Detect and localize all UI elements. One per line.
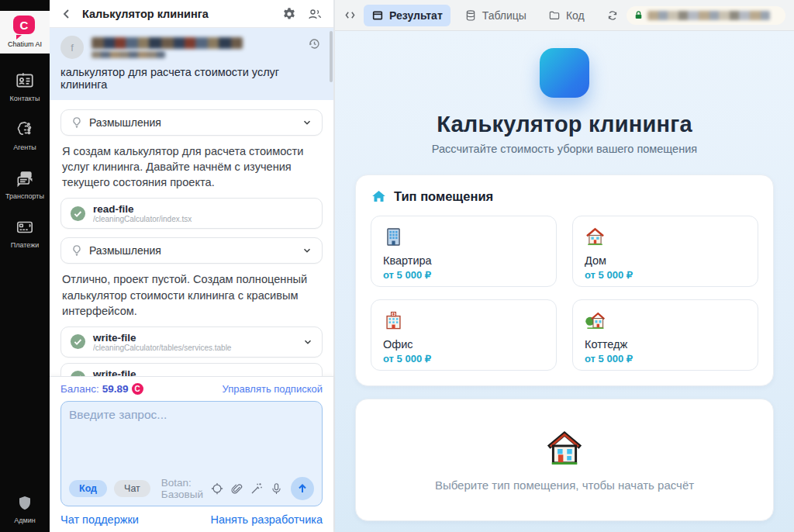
house-emoji-icon: [544, 429, 585, 469]
paperclip-icon: [230, 482, 243, 496]
gear-icon: [282, 7, 296, 21]
check-circle-icon: [70, 206, 86, 222]
sidebar-item-admin[interactable]: Админ: [14, 494, 35, 524]
mode-code-button[interactable]: Код: [69, 480, 107, 497]
app-sidebar: C Chatium AI Контакты: [0, 0, 50, 532]
credit-card-icon: [15, 217, 35, 237]
manage-subscription-link[interactable]: Управлять подпиской: [223, 383, 323, 395]
tool-name: write-file: [93, 368, 295, 376]
user-message: f калькулятор для расчета стоимости услу…: [50, 28, 333, 100]
support-chat-link[interactable]: Чат поддержки: [60, 513, 139, 526]
app-logo: [540, 48, 589, 98]
bot-selector[interactable]: Botan: Базовый: [161, 477, 205, 500]
preview-toolbar: Результат Таблицы Код: [335, 0, 794, 31]
house-emoji-icon: [585, 226, 746, 247]
sidebar-item-contacts[interactable]: Контакты: [10, 71, 40, 102]
tool-path: /cleaningCalculator/index.tsx: [93, 215, 313, 223]
collapse-panel-button[interactable]: [343, 9, 357, 22]
preview-panel: Результат Таблицы Код: [335, 0, 794, 532]
assistant-paragraph: Я создам калькулятор для расчета стоимос…: [62, 143, 321, 190]
prompt-input[interactable]: [69, 408, 314, 477]
chevron-down-icon: [302, 373, 313, 376]
room-type-card: Тип помещения Квартира от 5 000 ₽: [355, 174, 774, 386]
house-with-garden-emoji-icon: [585, 310, 746, 331]
url-redacted: [647, 11, 770, 20]
empty-state-text: Выберите тип помещения, чтобы начать рас…: [435, 478, 694, 492]
tab-result[interactable]: Результат: [364, 5, 451, 26]
tool-call-write-file[interactable]: write-file /cleaningCalculator/tables/ro…: [60, 363, 323, 376]
option-apartment[interactable]: Квартира от 5 000 ₽: [371, 216, 557, 287]
chatium-logo-icon: C: [13, 16, 36, 37]
assistant-response: Размышления Я создам калькулятор для рас…: [50, 100, 333, 376]
check-circle-icon: [70, 333, 86, 350]
sidebar-item-payments[interactable]: Платежи: [11, 217, 40, 249]
option-price: от 5 000 ₽: [383, 353, 544, 364]
option-price: от 5 000 ₽: [585, 353, 746, 364]
sidebar-item-chatium[interactable]: C Chatium AI: [0, 11, 50, 54]
restore-checkpoint-button[interactable]: [306, 36, 323, 52]
voice-button[interactable]: [268, 481, 285, 497]
mode-chat-button[interactable]: Чат: [114, 480, 150, 497]
room-type-grid: Квартира от 5 000 ₽ Дом от 5 000 ₽: [371, 216, 758, 371]
hire-developer-link[interactable]: Нанять разработчика: [211, 513, 323, 526]
people-icon: [307, 7, 323, 21]
chevron-left-icon: [60, 8, 73, 20]
history-icon: [308, 37, 321, 50]
tab-label: Таблицы: [482, 9, 526, 22]
assistant-paragraph: Отлично, проект пустой. Создам полноценн…: [62, 271, 321, 318]
address-bar[interactable]: [627, 6, 785, 25]
lock-icon: [633, 10, 644, 20]
option-cottage[interactable]: Коттедж от 5 000 ₽: [572, 299, 758, 371]
tool-path: /cleaningCalculator/tables/services.tabl…: [93, 344, 295, 352]
tool-name: read-file: [93, 203, 313, 215]
magic-wand-icon: [250, 482, 264, 496]
avatar: f: [60, 36, 84, 59]
attach-button[interactable]: [229, 481, 245, 497]
database-icon: [464, 9, 477, 22]
balance-label: Баланс:: [60, 383, 99, 395]
thinking-toggle[interactable]: Размышления: [60, 109, 323, 136]
send-button[interactable]: [291, 477, 314, 500]
option-office[interactable]: Офис от 5 000 ₽: [371, 299, 557, 371]
user-message-text: калькулятор для расчета стоимости услуг …: [60, 66, 323, 91]
tab-code[interactable]: Код: [540, 5, 592, 26]
back-button[interactable]: [59, 6, 74, 22]
balance-value: 59.89: [102, 383, 129, 395]
sidebar-item-label: Платежи: [11, 241, 40, 249]
code-brackets-icon: [344, 10, 356, 20]
option-name: Офис: [383, 338, 544, 351]
folder-icon: [548, 9, 561, 22]
sidebar-item-label: Транспорты: [5, 192, 44, 200]
prompt-box: Код Чат Botan: Базовый: [60, 401, 323, 506]
participants-button[interactable]: [306, 5, 324, 22]
chatium-coin-icon: C: [132, 383, 143, 395]
sidebar-item-label: Агенты: [13, 143, 36, 151]
target-button[interactable]: [209, 480, 226, 497]
contacts-icon: [15, 71, 35, 91]
settings-button[interactable]: [281, 5, 298, 22]
enhance-button[interactable]: [248, 480, 265, 497]
refresh-button[interactable]: [605, 8, 620, 23]
sidebar-item-agents[interactable]: Агенты: [13, 119, 36, 151]
chat-message-list[interactable]: f калькулятор для расчета стоимости услу…: [50, 28, 333, 376]
chat-scrollbar[interactable]: [330, 31, 333, 82]
tool-call-write-file[interactable]: write-file /cleaningCalculator/tables/se…: [60, 326, 323, 358]
shield-icon: [16, 494, 34, 513]
target-icon: [210, 482, 224, 496]
option-house[interactable]: Дом от 5 000 ₽: [572, 216, 758, 287]
tab-label: Результат: [389, 9, 443, 22]
sidebar-item-label: Админ: [14, 516, 35, 524]
app-preview: Калькулятор клининга Рассчитайте стоимос…: [335, 31, 794, 532]
option-name: Коттедж: [585, 338, 746, 351]
check-circle-icon: [70, 370, 86, 376]
tab-tables[interactable]: Таблицы: [457, 5, 534, 26]
thinking-label: Размышления: [89, 244, 295, 257]
chat-panel: Калькулятор клининга f: [50, 0, 335, 532]
chat-bubbles-icon: [15, 168, 35, 188]
thinking-toggle[interactable]: Размышления: [60, 237, 323, 264]
user-name-redacted: [91, 36, 299, 58]
home-icon: [371, 188, 387, 204]
tab-label: Код: [566, 9, 585, 22]
sidebar-item-transports[interactable]: Транспорты: [5, 168, 44, 200]
tool-call-read-file[interactable]: read-file /cleaningCalculator/index.tsx: [60, 198, 323, 229]
